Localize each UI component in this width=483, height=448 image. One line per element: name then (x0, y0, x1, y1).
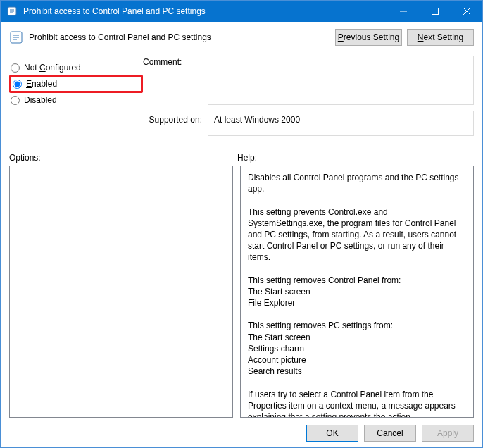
radio-not-configured-input[interactable] (11, 63, 20, 73)
close-button[interactable] (451, 1, 482, 22)
comment-textarea[interactable] (208, 56, 474, 105)
radio-enabled[interactable]: Enabled (9, 75, 143, 93)
help-label: Help: (237, 153, 257, 163)
policy-icon (6, 6, 18, 17)
next-setting-button[interactable]: Next Setting (407, 29, 474, 46)
comment-label: Comment: (143, 56, 208, 105)
policy-icon (9, 30, 23, 44)
options-label: Options: (9, 153, 237, 163)
help-panel[interactable]: Disables all Control Panel programs and … (240, 166, 474, 418)
supported-on-value: At least Windows 2000 (208, 111, 474, 136)
setting-name: Prohibit access to Control Panel and PC … (29, 32, 330, 42)
radio-disabled-input[interactable] (11, 96, 20, 105)
previous-setting-button[interactable]: Previous Setting (335, 29, 402, 46)
svg-rect-2 (432, 8, 438, 15)
maximize-button[interactable] (419, 1, 451, 22)
window-title: Prohibit access to Control Panel and PC … (23, 6, 387, 16)
radio-enabled-input[interactable] (13, 80, 22, 89)
options-panel (9, 166, 233, 418)
titlebar: Prohibit access to Control Panel and PC … (1, 1, 482, 22)
ok-button[interactable]: OK (306, 425, 358, 442)
minimize-button[interactable] (387, 1, 419, 22)
cancel-button[interactable]: Cancel (364, 425, 416, 442)
supported-on-label: Supported on: (143, 111, 208, 136)
radio-disabled[interactable]: Disabled (9, 91, 143, 109)
apply-button[interactable]: Apply (422, 425, 474, 442)
